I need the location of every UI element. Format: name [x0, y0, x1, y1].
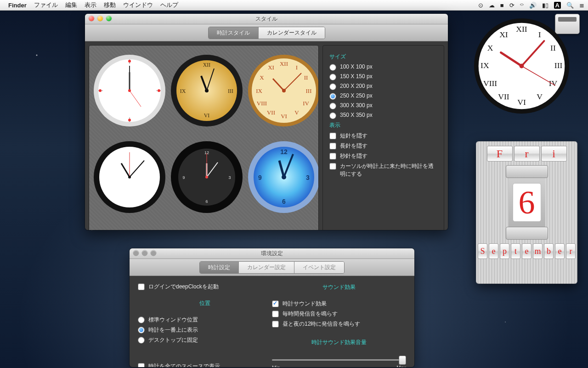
position-option[interactable]: 標準ウィンドウ位置: [138, 316, 272, 324]
style-titlebar[interactable]: スタイル: [85, 14, 448, 24]
calendar-month-roll: S: [478, 243, 487, 259]
desktop-clock-widget[interactable]: XIIIII IIIIVV VIVIIVIII IXXXI: [472, 17, 571, 115]
menu-window[interactable]: ウインドウ: [123, 1, 153, 9]
display-option[interactable]: 秒針を隠す: [329, 152, 437, 160]
position-option[interactable]: 時計を一番上に表示: [138, 326, 272, 334]
checkbox-icon[interactable]: [272, 321, 279, 328]
clock-style-8[interactable]: [170, 222, 243, 230]
battery-icon[interactable]: ▮▯: [542, 2, 548, 9]
clock-style-2[interactable]: XIIIIIVIIX: [170, 49, 243, 132]
zoom-button[interactable]: [106, 16, 112, 21]
menu-help[interactable]: ヘルプ: [160, 1, 178, 9]
login-launch-option[interactable]: ログインでdeepClockを起動: [138, 283, 272, 291]
position-option[interactable]: デスクトップに固定: [138, 336, 272, 344]
prefs-right-column: サウンド効果 時計サウンド効果毎時間発信音を鳴らす昼と夜の12時に発信音を鳴らす…: [272, 281, 406, 367]
menu-view[interactable]: 表示: [85, 1, 96, 9]
display-option[interactable]: 長針を隠す: [329, 142, 437, 150]
tab-calendar-settings[interactable]: カレンダー設定: [239, 262, 294, 273]
radio-icon[interactable]: [329, 103, 336, 109]
svg-text:VII: VII: [498, 92, 509, 101]
cloud-icon[interactable]: ☁: [489, 2, 495, 9]
display-label: 秒針を隠す: [340, 152, 368, 160]
radio-icon[interactable]: [138, 316, 145, 323]
svg-text:III: III: [554, 61, 563, 70]
clock-style-5[interactable]: 12369: [170, 136, 243, 218]
app-menu[interactable]: Finder: [8, 2, 27, 9]
volume-slider[interactable]: Min Max: [272, 356, 406, 367]
clock-style-4[interactable]: [93, 136, 166, 218]
input-source-icon[interactable]: A: [554, 2, 561, 9]
close-button[interactable]: [133, 250, 139, 256]
display-option[interactable]: 短針を隠す: [329, 132, 437, 140]
volume-min-label: Min: [272, 365, 280, 367]
calendar-day-roll-2: r: [514, 146, 540, 161]
radio-icon[interactable]: [329, 74, 336, 80]
radio-icon[interactable]: [329, 112, 336, 119]
clock-style-6[interactable]: 12369: [247, 136, 319, 218]
radio-icon[interactable]: [138, 337, 145, 344]
checkbox-icon[interactable]: [329, 143, 336, 150]
notification-center-icon[interactable]: ≣: [579, 2, 584, 9]
checkbox-icon[interactable]: [138, 283, 145, 290]
minimize-button[interactable]: [97, 16, 103, 21]
calendar-day-row: F r i: [487, 146, 567, 161]
size-option[interactable]: 300 X 300 px: [329, 102, 437, 109]
svg-text:X: X: [487, 43, 493, 52]
clock-style-3[interactable]: XIIIIIVIIXIIIIVVVIIVIIIXXI: [247, 49, 319, 132]
checkbox-icon[interactable]: [329, 132, 336, 139]
tab-clock-style[interactable]: 時計スタイル: [209, 27, 259, 39]
volume-icon[interactable]: 🔊: [529, 2, 537, 9]
svg-text:IX: IX: [180, 88, 186, 94]
radio-icon[interactable]: [329, 64, 336, 71]
sound-option[interactable]: 昼と夜の12時に発信音を鳴らす: [272, 320, 406, 328]
zoom-button[interactable]: [151, 250, 156, 256]
size-option[interactable]: 250 X 250 px: [329, 92, 437, 100]
checkbox-icon[interactable]: [272, 300, 279, 307]
tab-clock-settings[interactable]: 時計設定: [200, 262, 239, 273]
tab-calendar-style[interactable]: カレンダースタイル: [259, 27, 325, 39]
slider-thumb[interactable]: [399, 356, 406, 365]
radio-icon[interactable]: [329, 93, 336, 100]
size-option[interactable]: 100 X 100 px: [329, 63, 437, 71]
svg-text:VII: VII: [267, 109, 275, 116]
size-label: 300 X 300 px: [340, 102, 373, 109]
wifi-icon[interactable]: ⌔: [520, 2, 524, 9]
clock-style-1[interactable]: [93, 49, 166, 132]
menu-edit[interactable]: 編集: [65, 1, 77, 9]
calendar-day-roll-1: F: [487, 146, 513, 161]
tab-event-settings[interactable]: イベント設定: [294, 262, 344, 273]
close-button[interactable]: [89, 16, 94, 21]
minimize-button[interactable]: [142, 250, 147, 256]
menu-go[interactable]: 移動: [104, 1, 116, 9]
all-spaces-option[interactable]: 時計を全てのスペースで表示: [138, 362, 272, 367]
spotlight-icon[interactable]: 🔍: [566, 2, 574, 9]
display-option[interactable]: カーソルが時計上に来た時に時計を透明にする: [329, 162, 437, 178]
clock-style-grid[interactable]: XIIIIIVIIX XIIIIIVIIXIIIIVVVIIVIIIXXI 12…: [89, 45, 319, 230]
timemachine-icon[interactable]: ⟳: [509, 2, 514, 9]
checkbox-icon[interactable]: [138, 363, 145, 367]
menu-extra-icon[interactable]: ⊙: [478, 2, 483, 9]
size-option[interactable]: 150 X 150 px: [329, 73, 437, 80]
calendar-month-roll: t: [511, 243, 520, 259]
size-option[interactable]: 350 X 350 px: [329, 112, 437, 119]
svg-text:I: I: [538, 30, 541, 39]
size-option[interactable]: 200 X 200 px: [329, 83, 437, 90]
sound-option[interactable]: 毎時間発信音を鳴らす: [272, 310, 406, 318]
clock-style-9[interactable]: XII: [247, 222, 319, 230]
radio-icon[interactable]: [329, 83, 336, 90]
prefs-tab-segment: 時計設定 カレンダー設定 イベント設定: [199, 261, 345, 274]
svg-point-31: [128, 89, 131, 92]
checkbox-icon[interactable]: [272, 310, 279, 317]
clock-style-7[interactable]: [93, 222, 166, 230]
camera-icon[interactable]: ■: [500, 2, 504, 9]
menu-file[interactable]: ファイル: [34, 1, 58, 9]
radio-icon[interactable]: [138, 327, 145, 334]
svg-point-73: [205, 176, 208, 178]
desktop-calendar-widget[interactable]: F r i 6 September: [476, 141, 577, 284]
prefs-window: 環境設定 時計設定 カレンダー設定 イベント設定 ログインでdeepClockを…: [130, 248, 414, 367]
svg-text:VI: VI: [281, 113, 287, 120]
sound-option[interactable]: 時計サウンド効果: [272, 300, 406, 308]
prefs-titlebar[interactable]: 環境設定: [130, 248, 414, 259]
checkbox-icon[interactable]: [329, 153, 336, 160]
checkbox-icon[interactable]: [329, 163, 336, 170]
